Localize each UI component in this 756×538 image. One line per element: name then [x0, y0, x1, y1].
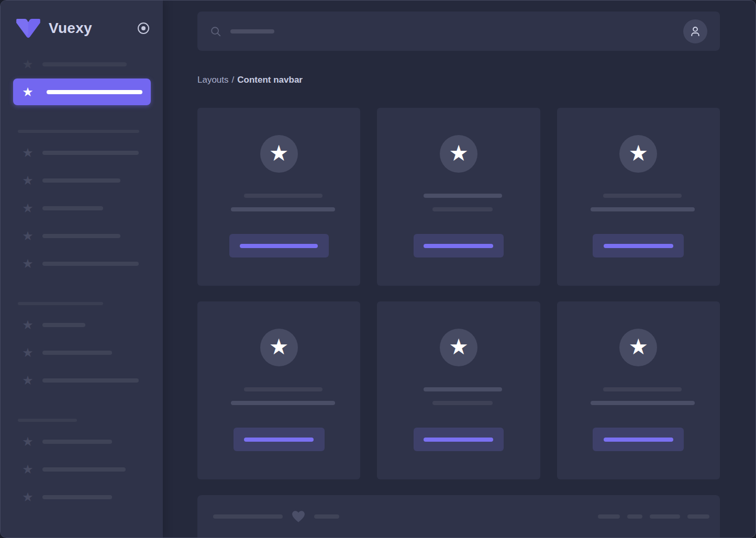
star-icon	[21, 374, 34, 387]
sidebar-nav	[1, 50, 163, 511]
button-label-placeholder	[424, 438, 493, 442]
sidebar-item[interactable]	[1, 194, 163, 222]
vuexy-logo-icon	[15, 18, 41, 38]
sidebar-section-header	[1, 413, 163, 428]
sidebar-item-active[interactable]	[13, 79, 151, 105]
star-icon	[269, 336, 289, 360]
sidebar: Vuexy	[1, 1, 163, 537]
menu-label-placeholder	[42, 206, 103, 210]
footer-link-placeholder[interactable]	[598, 514, 620, 519]
card-avatar	[260, 135, 298, 173]
section-title-placeholder	[18, 130, 139, 133]
star-icon	[269, 142, 289, 166]
card-avatar	[619, 135, 657, 173]
brand[interactable]: Vuexy	[1, 16, 163, 41]
search-placeholder	[230, 29, 274, 33]
button-label-placeholder	[424, 244, 493, 248]
card-avatar	[440, 329, 477, 366]
menu-label-placeholder	[42, 467, 126, 472]
sidebar-item[interactable]	[1, 166, 163, 194]
footer-link-placeholder[interactable]	[650, 514, 680, 519]
button-label-placeholder	[244, 438, 314, 442]
card-avatar	[440, 135, 477, 173]
navbar-search[interactable]	[210, 26, 274, 37]
sidebar-item[interactable]	[1, 428, 163, 455]
footer-links	[598, 510, 709, 523]
card-title-placeholder	[603, 194, 682, 198]
menu-label-placeholder	[42, 351, 112, 355]
footer	[197, 495, 720, 537]
menu-label-placeholder	[42, 323, 85, 327]
app-window: Vuexy	[0, 0, 756, 538]
card-button[interactable]	[229, 234, 329, 257]
menu-label-placeholder	[42, 262, 139, 266]
sidebar-item[interactable]	[1, 455, 163, 483]
sidebar-item[interactable]	[1, 139, 163, 166]
sidebar-item[interactable]	[1, 483, 163, 511]
menu-label-placeholder	[42, 151, 139, 155]
card-button[interactable]	[593, 428, 684, 451]
card-avatar	[260, 329, 298, 366]
star-icon	[21, 147, 34, 159]
card-button[interactable]	[234, 428, 325, 451]
star-icon	[21, 257, 34, 270]
breadcrumb-separator: /	[232, 75, 235, 85]
button-label-placeholder	[604, 244, 673, 248]
card-subtitle-placeholder	[591, 207, 695, 211]
menu-label-placeholder	[42, 234, 120, 238]
brand-name: Vuexy	[49, 20, 138, 37]
sidebar-section-header	[1, 124, 163, 139]
sidebar-item[interactable]	[1, 366, 163, 394]
main-content: Layouts/Content navbar	[163, 1, 755, 537]
card-button[interactable]	[593, 234, 684, 257]
section-title-placeholder	[18, 419, 77, 422]
footer-link-placeholder[interactable]	[687, 514, 709, 519]
user-icon	[688, 25, 702, 38]
card-avatar	[619, 329, 657, 366]
menu-label-placeholder	[42, 178, 120, 183]
card-title-placeholder	[424, 387, 502, 391]
search-icon	[210, 26, 221, 37]
star-icon	[629, 336, 649, 360]
card	[377, 108, 540, 286]
card-title-placeholder	[603, 387, 682, 391]
star-icon	[21, 58, 34, 71]
menu-label-placeholder	[42, 495, 112, 499]
star-icon	[21, 463, 34, 476]
star-icon	[21, 319, 34, 331]
heart-icon	[292, 510, 305, 523]
card-subtitle-placeholder	[231, 401, 335, 405]
sidebar-item[interactable]	[1, 50, 163, 78]
menu-pin-toggle[interactable]	[138, 23, 149, 34]
card-button[interactable]	[414, 234, 504, 257]
card-title-placeholder	[424, 194, 502, 198]
user-menu-button[interactable]	[683, 19, 707, 43]
star-icon	[449, 142, 469, 166]
footer-text-placeholder	[213, 514, 283, 519]
star-icon	[21, 202, 34, 215]
star-icon	[21, 230, 34, 242]
card-subtitle-placeholder	[231, 207, 335, 211]
cards-grid	[197, 108, 720, 479]
star-icon	[21, 86, 34, 98]
footer-text-placeholder	[314, 514, 339, 519]
card-subtitle-placeholder	[432, 207, 493, 211]
card	[557, 108, 720, 286]
breadcrumb-link-layouts[interactable]: Layouts	[197, 75, 229, 85]
menu-label-placeholder	[42, 378, 139, 383]
sidebar-item[interactable]	[1, 250, 163, 277]
sidebar-item[interactable]	[1, 339, 163, 366]
star-icon	[449, 336, 469, 360]
sidebar-item[interactable]	[1, 311, 163, 339]
footer-link-placeholder[interactable]	[627, 514, 642, 519]
top-navbar	[197, 12, 720, 51]
card	[197, 108, 360, 286]
section-title-placeholder	[18, 302, 103, 305]
sidebar-item[interactable]	[1, 222, 163, 250]
card-subtitle-placeholder	[432, 401, 493, 405]
card-subtitle-placeholder	[591, 401, 695, 405]
star-icon	[21, 435, 34, 448]
footer-left	[213, 510, 339, 523]
card-button[interactable]	[414, 428, 504, 451]
button-label-placeholder	[604, 438, 673, 442]
